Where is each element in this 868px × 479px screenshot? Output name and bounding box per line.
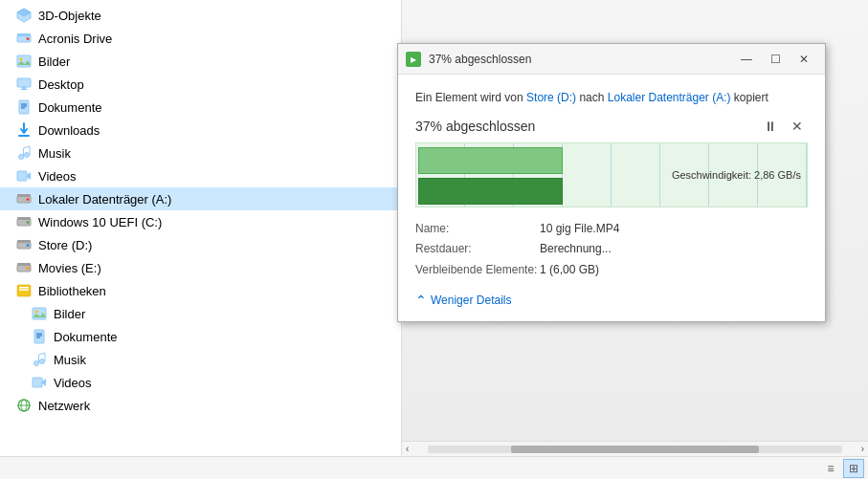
svg-rect-9 bbox=[20, 89, 28, 90]
sidebar-item-videos[interactable]: Videos bbox=[0, 164, 401, 187]
icon-bibliotheken bbox=[15, 282, 33, 299]
svg-rect-3 bbox=[17, 33, 31, 36]
sidebar-item-lokaler-datentraeger[interactable]: Lokaler Datenträger (A:) bbox=[0, 187, 401, 210]
svg-rect-32 bbox=[19, 287, 29, 289]
svg-rect-17 bbox=[17, 171, 27, 181]
sidebar-item-desktop[interactable]: Desktop bbox=[0, 73, 401, 96]
label-lib-bilder: Bilder bbox=[54, 307, 85, 321]
label-windows-uefi: Windows 10 UEFI (C:) bbox=[38, 215, 162, 229]
chevron-up-icon: ⌃ bbox=[415, 293, 427, 308]
less-details-label: Weniger Details bbox=[431, 294, 511, 307]
sidebar-item-movies[interactable]: Movies (E:) bbox=[0, 256, 401, 279]
pause-button[interactable]: ⏸ bbox=[760, 116, 781, 137]
svg-rect-42 bbox=[33, 378, 42, 387]
maximize-button[interactable]: ☐ bbox=[762, 50, 789, 69]
sidebar-item-windows-uefi[interactable]: Windows 10 UEFI (C:) bbox=[0, 210, 401, 233]
icon-desktop bbox=[15, 76, 33, 93]
sidebar-item-store[interactable]: Store (D:) bbox=[0, 233, 401, 256]
icon-netzwerk bbox=[15, 397, 33, 414]
detail-verbleibend-label: Verbleibende Elemente: bbox=[415, 260, 540, 281]
icon-3d-objekte bbox=[15, 7, 33, 24]
sidebar-item-lib-dokumente[interactable]: Dokumente bbox=[0, 325, 401, 348]
copy-info: Ein Element wird von Store (D:) nach Lok… bbox=[415, 90, 808, 106]
icon-bilder bbox=[15, 53, 33, 70]
sidebar-item-acronis-drive[interactable]: Acronis Drive bbox=[0, 27, 401, 50]
detail-verbleibend-value: 1 (6,00 GB) bbox=[540, 260, 599, 281]
list-view-button[interactable]: ≡ bbox=[820, 459, 841, 478]
grid-view-button[interactable]: ⊞ bbox=[843, 459, 864, 478]
grid-col-4 bbox=[563, 143, 612, 207]
progress-controls: ⏸ ✕ bbox=[760, 116, 808, 137]
svg-rect-20 bbox=[17, 194, 31, 197]
sidebar-item-lib-musik[interactable]: Musik bbox=[0, 348, 401, 371]
svg-marker-43 bbox=[42, 379, 46, 386]
sidebar-item-lib-bilder[interactable]: Bilder bbox=[0, 302, 401, 325]
copy-progress-dialog[interactable]: ▶ 37% abgeschlossen — ☐ ✕ Ein Element wi… bbox=[397, 43, 826, 322]
icon-acronis-drive bbox=[15, 30, 33, 47]
scroll-thumb[interactable] bbox=[511, 446, 759, 453]
copy-source: Store (D:) bbox=[526, 91, 576, 104]
sidebar-item-3d-objekte[interactable]: 3D-Objekte bbox=[0, 4, 401, 27]
icon-lib-bilder bbox=[31, 305, 48, 322]
dialog-titlebar: ▶ 37% abgeschlossen — ☐ ✕ bbox=[398, 44, 825, 75]
detail-name-value: 10 gig File.MP4 bbox=[540, 219, 619, 240]
label-acronis-drive: Acronis Drive bbox=[38, 32, 112, 46]
icon-lib-musik bbox=[31, 351, 48, 368]
sidebar-item-downloads[interactable]: Downloads bbox=[0, 119, 401, 142]
icon-lib-dokumente bbox=[31, 328, 48, 345]
dialog-body: Ein Element wird von Store (D:) nach Lok… bbox=[398, 75, 825, 321]
svg-point-16 bbox=[25, 153, 30, 158]
svg-rect-36 bbox=[34, 330, 44, 343]
label-lib-videos: Videos bbox=[54, 376, 92, 390]
sidebar-item-musik[interactable]: Musik bbox=[0, 142, 401, 164]
label-lib-dokumente: Dokumente bbox=[54, 330, 117, 344]
cancel-button[interactable]: ✕ bbox=[787, 116, 808, 137]
dialog-title-icon: ▶ bbox=[406, 52, 421, 67]
status-right: ≡ ⊞ bbox=[402, 459, 868, 478]
sidebar-item-lib-videos[interactable]: Videos bbox=[0, 371, 401, 394]
detail-name-row: Name: 10 gig File.MP4 bbox=[415, 219, 808, 240]
svg-point-15 bbox=[19, 155, 24, 160]
icon-movies bbox=[15, 259, 33, 276]
sidebar-item-dokumente[interactable]: Dokumente bbox=[0, 96, 401, 119]
label-lokaler-datentraeger: Lokaler Datenträger (A:) bbox=[38, 192, 171, 207]
icon-dokumente bbox=[15, 98, 33, 116]
detail-restdauer-row: Restdauer: Berechnung... bbox=[415, 239, 808, 260]
label-bibliotheken: Bibliotheken bbox=[38, 284, 106, 298]
copy-destination: Lokaler Datenträger (A:) bbox=[608, 91, 731, 104]
svg-point-6 bbox=[20, 58, 23, 61]
svg-rect-23 bbox=[17, 217, 31, 220]
progress-bar-bottom bbox=[418, 178, 563, 205]
icon-musik bbox=[15, 144, 33, 162]
label-movies: Movies (E:) bbox=[38, 261, 101, 275]
sidebar-item-bilder[interactable]: Bilder bbox=[0, 50, 401, 73]
speed-label: Geschwindigkeit: 2,86 GB/s bbox=[672, 169, 801, 181]
file-explorer: 3D-Objekte Acronis Drive Bilder Desktop … bbox=[0, 0, 402, 479]
svg-point-30 bbox=[27, 267, 30, 270]
scroll-right-btn[interactable]: › bbox=[857, 444, 868, 454]
minimize-button[interactable]: — bbox=[733, 50, 760, 69]
sidebar-item-netzwerk[interactable]: Netzwerk bbox=[0, 394, 401, 417]
sidebar-item-bibliotheken[interactable]: Bibliotheken bbox=[0, 279, 401, 302]
horizontal-scrollbar[interactable]: ‹ › bbox=[402, 441, 868, 456]
close-button[interactable]: ✕ bbox=[790, 50, 817, 69]
scroll-track[interactable] bbox=[428, 446, 841, 453]
svg-text:▶: ▶ bbox=[411, 55, 417, 64]
label-downloads: Downloads bbox=[38, 123, 100, 138]
svg-rect-14 bbox=[18, 135, 30, 137]
svg-point-24 bbox=[27, 221, 30, 224]
progress-bars-container: Geschwindigkeit: 2,86 GB/s bbox=[415, 142, 808, 207]
icon-lokaler-datentraeger bbox=[15, 190, 33, 207]
scroll-left-btn[interactable]: ‹ bbox=[402, 444, 412, 454]
label-lib-musik: Musik bbox=[54, 353, 86, 367]
grid-col-5 bbox=[612, 143, 660, 207]
bottom-status-bar: ≡ ⊞ bbox=[0, 456, 868, 479]
svg-rect-7 bbox=[17, 78, 31, 87]
detail-name-label: Name: bbox=[415, 219, 540, 240]
svg-point-35 bbox=[35, 311, 38, 314]
svg-point-4 bbox=[27, 37, 30, 40]
label-3d-objekte: 3D-Objekte bbox=[38, 9, 101, 23]
less-details-button[interactable]: ⌃ Weniger Details bbox=[415, 293, 511, 308]
progress-header: 37% abgeschlossen ⏸ ✕ bbox=[415, 116, 808, 137]
icon-store bbox=[15, 236, 33, 253]
